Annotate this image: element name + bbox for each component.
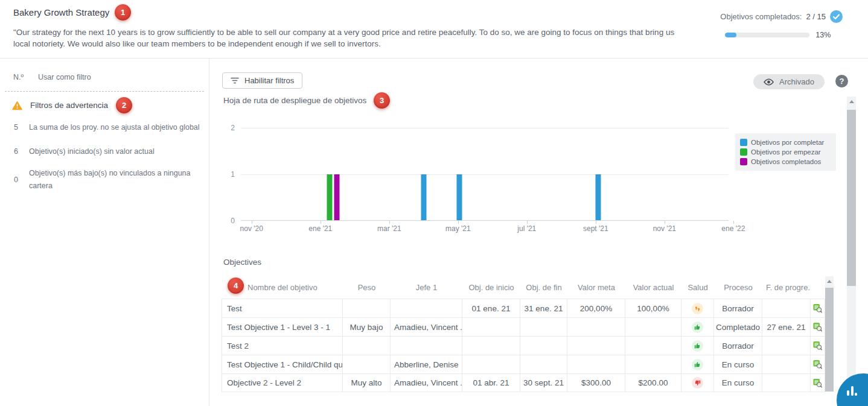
start-date-cell: 01 abr. 21 bbox=[462, 374, 520, 392]
end-date-cell: 31 ene. 21 bbox=[520, 299, 567, 317]
chart-bar bbox=[334, 174, 340, 220]
view-details-icon[interactable] bbox=[813, 374, 822, 392]
annotation-badge-3: 3 bbox=[374, 92, 390, 109]
warning-filters-title: Filtros de advertencia bbox=[30, 101, 108, 110]
view-details-icon[interactable] bbox=[813, 299, 822, 317]
progress-date-cell bbox=[762, 374, 811, 392]
target-value-cell bbox=[567, 318, 625, 336]
view-details-icon[interactable] bbox=[813, 355, 822, 373]
warning-icon bbox=[12, 101, 22, 110]
scroll-up-icon[interactable] bbox=[849, 100, 854, 103]
target-value-cell: $300.00 bbox=[567, 374, 625, 392]
objective-name-cell: Test bbox=[222, 299, 343, 317]
column-header-peso: Peso bbox=[343, 283, 391, 292]
chart-bar bbox=[596, 174, 601, 220]
start-date-cell: 01 ene. 21 bbox=[462, 299, 520, 317]
target-value-cell bbox=[567, 337, 625, 355]
objective-name-cell: Objective 2 - Level 2 bbox=[222, 374, 343, 392]
status-cell: Borrador bbox=[714, 299, 762, 317]
actions-cell bbox=[811, 337, 825, 355]
status-cell: En curso bbox=[714, 374, 762, 392]
weight-cell bbox=[343, 355, 391, 373]
sidebar-item-sum-mismatch[interactable]: 5 La suma de los proy. no se ajusta al o… bbox=[12, 121, 200, 134]
chart-bar bbox=[327, 174, 333, 220]
current-value-cell bbox=[625, 355, 681, 373]
progress-percent: 13% bbox=[815, 31, 831, 39]
x-axis-tickmark bbox=[665, 221, 665, 224]
start-date-cell bbox=[462, 337, 520, 355]
filter-count: 6 bbox=[12, 145, 20, 158]
objective-row[interactable]: Test Objective 1 - Level 3 - 1Muy bajoAm… bbox=[222, 317, 825, 336]
owner-cell bbox=[391, 299, 462, 317]
x-axis-tickmark bbox=[389, 221, 390, 224]
roadmap-chart: 2 1 0 nov '20ene '21mar '21may '21jul '2… bbox=[241, 128, 729, 221]
objectives-completed-summary: Objetivos completados: 2 / 15 13% bbox=[720, 10, 843, 39]
x-axis-tickmark bbox=[527, 221, 528, 224]
column-header-salud: Salud bbox=[681, 283, 714, 292]
panel-scrollbar[interactable] bbox=[847, 97, 856, 384]
x-axis-tick: mar '21 bbox=[377, 224, 401, 233]
sidebar-filter-header: Usar como filtro bbox=[38, 73, 91, 81]
owner-cell bbox=[391, 337, 462, 355]
filter-label: Objetivo(s) más bajo(s) no vinculados a … bbox=[29, 167, 193, 192]
objective-name-cell: Test 2 bbox=[222, 337, 343, 355]
objective-row[interactable]: Test 2Borrador bbox=[222, 336, 825, 355]
column-header-obj-de-fin: Obj. de fin bbox=[520, 283, 567, 292]
x-axis-tickmark bbox=[252, 221, 252, 224]
health-cell bbox=[681, 337, 714, 355]
sidebar-item-started-no-value[interactable]: 6 Objetivo(s) iniciado(s) sin valor actu… bbox=[12, 145, 200, 158]
completed-label: Objetivos completados: bbox=[720, 12, 802, 21]
health-bad-icon bbox=[692, 377, 703, 389]
progress-date-cell: 27 ene. 21 bbox=[762, 318, 811, 336]
current-value-cell: 100,00% bbox=[625, 299, 681, 317]
view-details-icon[interactable] bbox=[813, 337, 822, 355]
help-button[interactable]: ? bbox=[835, 75, 848, 87]
sidebar-divider bbox=[5, 91, 204, 92]
chart-bar bbox=[456, 174, 462, 220]
progress-fill bbox=[725, 33, 736, 37]
end-date-cell bbox=[520, 355, 567, 373]
end-date-cell: 30 sept. 21 bbox=[520, 374, 567, 392]
progress-date-cell bbox=[762, 337, 811, 355]
eye-icon bbox=[764, 78, 774, 86]
weight-cell: Muy alto bbox=[343, 374, 391, 392]
y-tick-2: 2 bbox=[223, 124, 235, 132]
x-axis-tick: jul '21 bbox=[517, 224, 536, 233]
x-axis-tickmark bbox=[596, 221, 596, 224]
status-cell: En curso bbox=[714, 355, 762, 373]
table-scrollbar-thumb[interactable] bbox=[825, 288, 834, 392]
panel-scrollbar-thumb[interactable] bbox=[847, 110, 856, 286]
legend-swatch-blue bbox=[740, 139, 747, 146]
archived-toggle[interactable]: Archivado bbox=[753, 74, 825, 89]
description-line-1: "Our strategy for the next 10 years is t… bbox=[13, 28, 674, 37]
status-cell: Borrador bbox=[714, 337, 762, 355]
main-panel: Habilitar filtros Archivado ? Hoja de ru… bbox=[209, 59, 868, 406]
objectives-table-header: Nombre del objetivoPesoJefe 1Obj. de ini… bbox=[222, 276, 825, 299]
scroll-up-icon[interactable] bbox=[827, 280, 832, 283]
table-scrollbar[interactable] bbox=[825, 276, 834, 392]
x-axis-tick: nov '21 bbox=[653, 224, 676, 233]
sidebar-number-header: N.º bbox=[13, 73, 24, 81]
progress-date-cell bbox=[762, 355, 811, 373]
chart-bar bbox=[421, 174, 427, 220]
end-date-cell bbox=[520, 337, 567, 355]
sidebar-item-not-linked[interactable]: 0 Objetivo(s) más bajo(s) no vinculados … bbox=[12, 167, 200, 192]
x-axis-tick: ene '22 bbox=[721, 224, 745, 233]
view-details-icon[interactable] bbox=[813, 318, 822, 336]
strategy-header: Bakery Growth Strategy 1 "Our strategy f… bbox=[0, 0, 868, 59]
legend-item-to-complete: Objetivos por completar bbox=[740, 139, 831, 146]
column-header-proceso: Proceso bbox=[714, 283, 762, 292]
annotation-badge-2: 2 bbox=[116, 97, 132, 113]
objective-row[interactable]: Test01 ene. 2131 ene. 21200,00%100,00%Bo… bbox=[222, 299, 825, 317]
end-date-cell bbox=[520, 318, 567, 336]
objective-row[interactable]: Test Objective 1 - Child/Child qu...Abbe… bbox=[222, 355, 825, 373]
filter-count: 5 bbox=[12, 121, 20, 134]
enable-filters-button[interactable]: Habilitar filtros bbox=[222, 72, 302, 89]
objective-row[interactable]: Objective 2 - Level 2Muy altoAmadieu, Vi… bbox=[222, 373, 825, 392]
owner-cell: Amadieu, Vincent ... bbox=[391, 318, 462, 336]
completion-progress-bar bbox=[725, 33, 809, 37]
health-cell bbox=[681, 299, 714, 317]
health-cell bbox=[681, 318, 714, 336]
owner-cell: Amadieu, Vincent ... bbox=[391, 374, 462, 392]
weight-cell bbox=[343, 337, 391, 355]
